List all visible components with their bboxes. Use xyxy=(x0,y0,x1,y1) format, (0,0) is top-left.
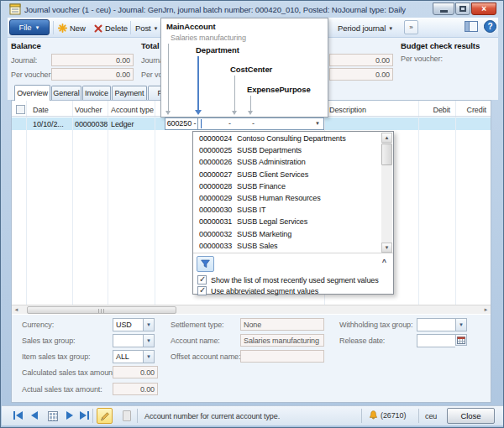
tab-invoice[interactable]: Invoice xyxy=(82,86,111,100)
lookup-item[interactable]: 00000033SUSB Sales xyxy=(193,240,382,252)
lookup-item[interactable]: 00000024Contoso Consulting Departments xyxy=(193,133,382,144)
attachment-icon[interactable] xyxy=(123,410,131,421)
segment-code: 00000031 xyxy=(199,217,237,226)
tab-general[interactable]: General xyxy=(51,86,81,100)
segment-description: SUSB Finance xyxy=(237,182,286,191)
filter-button[interactable] xyxy=(197,256,214,272)
chevron-down-icon: ▼ xyxy=(388,26,393,31)
help-icon[interactable]: ? xyxy=(484,20,496,33)
lookup-scrollbar[interactable]: ▲ ▼ xyxy=(381,133,392,253)
statusbar-separator xyxy=(92,409,93,423)
period-journal-button[interactable]: Period journal ▼ xyxy=(338,21,393,35)
offset-account-name-label: Offset account name: xyxy=(171,352,240,361)
nav-previous-record-button[interactable] xyxy=(31,411,38,420)
segment-name-expensepurpose: ExpensePurpose xyxy=(247,85,311,94)
segment-description: SUSB Sales xyxy=(237,242,278,250)
edit-mode-button[interactable] xyxy=(97,408,113,424)
chevron-down-icon[interactable]: ▼ xyxy=(455,319,466,331)
post-button[interactable]: Post ▼ xyxy=(135,21,158,35)
column-header-credit[interactable]: Credit xyxy=(459,106,486,114)
sales-tax-group-combo[interactable]: ▼ xyxy=(113,334,155,347)
lookup-item[interactable]: 00000027SUSB Client Services xyxy=(193,169,382,180)
delete-x-icon xyxy=(94,24,102,33)
costcenter-segment-placeholder[interactable]: - xyxy=(252,119,255,128)
column-header-debit[interactable]: Debit xyxy=(418,106,450,114)
chevron-down-icon[interactable]: ▼ xyxy=(312,118,323,129)
lookup-item[interactable]: 00000025SUSB Departments xyxy=(193,144,382,156)
segment-pointer-arrow xyxy=(232,111,237,115)
balance-journal-label: Journal: xyxy=(11,56,37,65)
recently-used-option[interactable]: Show the list of most recently used segm… xyxy=(197,275,379,284)
mainaccount-segment-value[interactable]: 600250 - xyxy=(165,118,198,129)
calendar-button[interactable] xyxy=(455,334,467,346)
release-date-field[interactable] xyxy=(417,334,455,347)
column-header-voucher[interactable]: Voucher xyxy=(75,106,102,114)
nav-first-record-button[interactable] xyxy=(13,411,23,420)
tab-overview[interactable]: Overview xyxy=(14,85,50,101)
delete-button[interactable]: Delete xyxy=(94,21,128,35)
collapse-chevron-icon[interactable]: ^ xyxy=(382,258,386,266)
nav-grid-view-button[interactable] xyxy=(48,411,58,421)
nav-next-record-button[interactable] xyxy=(66,411,73,420)
scrollbar-thumb[interactable] xyxy=(27,306,176,314)
file-menu-button[interactable]: File ▼ xyxy=(9,19,50,35)
segment-pointer-arrow-active xyxy=(195,110,202,115)
checkbox-checked-icon[interactable] xyxy=(197,286,207,295)
segment-name-mainaccount: MainAccount xyxy=(166,22,216,31)
segment-pointer-line xyxy=(234,76,235,111)
maximize-button[interactable] xyxy=(455,3,470,15)
item-sales-tax-group-combo[interactable]: ALL ▼ xyxy=(113,350,155,363)
layout-panes-icon[interactable] xyxy=(465,21,478,32)
post-button-label: Post xyxy=(135,23,151,33)
lookup-item[interactable]: 00000031SUSB Legal Services xyxy=(193,216,382,227)
scroll-up-icon[interactable]: ▲ xyxy=(381,133,392,143)
column-header-description[interactable]: Description xyxy=(329,106,366,114)
close-button[interactable]: Close xyxy=(447,408,495,424)
checkbox-checked-icon[interactable] xyxy=(197,275,207,284)
new-button[interactable]: New xyxy=(58,21,86,35)
account-segmented-entry[interactable]: 600250 - - - ▼ xyxy=(165,117,324,130)
tab-payment[interactable]: Payment xyxy=(112,86,147,100)
chevron-down-icon[interactable]: ▼ xyxy=(143,351,154,363)
column-header-account-type[interactable]: Account type xyxy=(111,106,154,114)
segment-description-mainaccount: Salaries manufacturing xyxy=(171,34,246,42)
chevron-down-icon: ▼ xyxy=(154,26,159,31)
chevron-down-icon[interactable]: ▼ xyxy=(143,335,154,347)
toolbar-separator xyxy=(53,21,54,34)
segment-description: SUSB Administration xyxy=(237,158,306,166)
notifications-button[interactable]: (26710) xyxy=(368,410,406,421)
item-sales-tax-group-value: ALL xyxy=(116,352,129,361)
currency-combo[interactable]: USD ▼ xyxy=(113,318,155,331)
minimize-button[interactable] xyxy=(433,3,454,15)
filter-funnel-icon xyxy=(200,258,211,269)
lookup-item[interactable]: 00000032SUSB Marketing xyxy=(193,228,382,240)
close-window-button[interactable]: × xyxy=(471,3,496,15)
lookup-item[interactable]: 00000029SUSB Human Resources xyxy=(193,192,382,204)
scroll-down-icon[interactable]: ▼ xyxy=(381,243,392,253)
select-all-checkbox[interactable] xyxy=(16,105,25,114)
toolbar-overflow-button[interactable]: » xyxy=(404,20,418,34)
lookup-scrollbar-thumb[interactable] xyxy=(381,144,392,165)
item-sales-tax-group-label: Item sales tax group: xyxy=(22,352,90,361)
abbreviated-values-option[interactable]: Use abbreviated segment values xyxy=(197,286,318,295)
first-record-icon xyxy=(13,411,15,420)
segment-description: Contoso Consulting Departments xyxy=(237,134,346,143)
horizontal-scrollbar[interactable]: ◄ ► xyxy=(12,305,491,314)
notification-count: (26710) xyxy=(381,411,406,420)
balance-heading: Balance xyxy=(11,41,41,50)
lookup-item[interactable]: 00000026SUSB Administration xyxy=(193,156,382,168)
lookup-item[interactable]: 00000028SUSB Finance xyxy=(193,180,382,192)
budget-check-heading: Budget check results xyxy=(401,41,480,50)
settlement-type-field: None xyxy=(240,318,324,331)
scroll-right-icon[interactable]: ► xyxy=(481,306,491,314)
withholding-tax-group-combo[interactable]: ▼ xyxy=(417,318,467,331)
lookup-item[interactable]: 00000030SUSB IT xyxy=(193,204,382,216)
segment-pointer-arrow xyxy=(248,111,253,115)
segment-code: 00000024 xyxy=(199,134,237,143)
segment-name-costcenter: CostCenter xyxy=(230,65,272,74)
nav-last-record-button[interactable] xyxy=(80,411,89,420)
scroll-left-icon[interactable]: ◄ xyxy=(12,306,21,314)
chevron-down-icon[interactable]: ▼ xyxy=(143,319,154,331)
department-segment-placeholder[interactable]: - xyxy=(228,119,231,128)
column-header-date[interactable]: Date xyxy=(33,106,49,114)
